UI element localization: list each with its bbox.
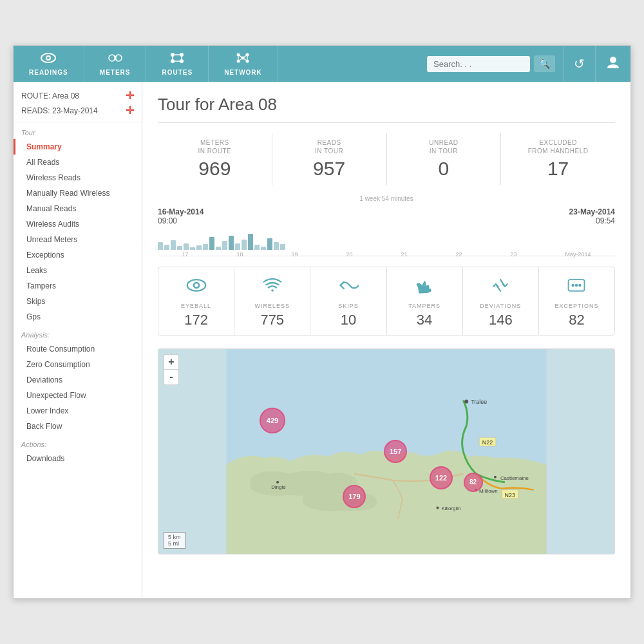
sidebar-item-summary[interactable]: Summary [14,139,142,155]
bar-9 [209,237,214,250]
bar-20 [280,244,285,250]
map-background: Tralee Castlemaine Milltown Killorglin D… [158,349,614,554]
route-add-button[interactable]: ✛ [126,90,134,102]
deviations-value: 146 [468,312,533,328]
search-input[interactable] [427,56,530,72]
svg-point-42 [494,476,497,478]
metric-tampers: TAMPERS 34 [387,267,463,335]
user-button[interactable] [595,46,630,82]
nav-meters[interactable]: METERS [84,46,147,82]
nav-routes[interactable]: ROUTES [146,46,209,82]
timeline-bars [158,231,615,250]
sidebar-item-back-flow[interactable]: Back Flow [14,419,142,434]
sidebar-item-deviations[interactable]: Deviations [14,372,142,388]
wireless-value: 775 [240,312,305,328]
sidebar-item-exceptions[interactable]: Exceptions [14,247,142,263]
sidebar-item-manually-read-wireless[interactable]: Manually Read Wireless [14,185,142,201]
stat-reads-in-tour: READSIN TOUR 957 [272,133,387,185]
bar-7 [196,245,202,250]
sidebar-item-skips[interactable]: Skips [14,294,142,309]
nav-readings[interactable]: READINGS [14,46,84,82]
back-flow-label: Back Flow [26,422,62,431]
actions-section-label: Actions: [14,434,142,451]
readings-label: READINGS [29,69,68,76]
stat-unread-value: 0 [395,158,493,180]
deviations-label: DEVIATIONS [468,303,533,309]
map-marker-179[interactable]: 179 [343,485,366,508]
bar-3 [171,240,176,250]
leaks-label: Leaks [26,266,47,275]
refresh-button[interactable]: ↺ [563,46,595,82]
sidebar: ROUTE: Area 08 ✛ READS: 23-May-2014 ✛ To… [14,82,142,598]
search-button[interactable]: 🔍 [534,55,555,72]
svg-point-2 [47,57,50,59]
sidebar-item-all-reads[interactable]: All Reads [14,155,142,170]
route-row: ROUTE: Area 08 ✛ [21,88,134,103]
svg-point-28 [271,289,274,292]
bar-4 [177,246,182,250]
reads-row: READS: 23-May-2014 ✛ [21,103,134,118]
stat-meters-in-route: METERSIN ROUTE 969 [158,133,272,185]
sidebar-item-gps[interactable]: Gps [14,309,142,325]
sidebar-item-zero-consumption[interactable]: Zero Consumption [14,357,142,372]
svg-point-36 [573,285,574,287]
map-marker-82[interactable]: 82 [464,473,483,492]
map-marker-429[interactable]: 429 [260,408,285,433]
route-label: ROUTE: Area 08 [21,91,79,100]
svg-point-38 [579,285,581,287]
map-marker-122[interactable]: 122 [430,466,453,489]
deviations-icon [468,276,533,299]
svg-point-27 [194,283,198,287]
sidebar-item-wireless-audits[interactable]: Wireless Audits [14,216,142,232]
sidebar-item-leaks[interactable]: Leaks [14,263,142,278]
stat-unread-label: UNREADIN TOUR [395,138,493,155]
stat-reads-value: 957 [280,158,379,180]
refresh-icon: ↺ [574,56,585,71]
sidebar-item-manual-reads[interactable]: Manual Reads [14,201,142,216]
user-icon [606,55,620,73]
exceptions-label: EXCEPTIONS [544,303,609,309]
zoom-out-button[interactable]: - [164,370,179,385]
metric-wireless: WIRELESS 775 [234,267,310,335]
exceptions-label: Exceptions [26,251,64,260]
bar-8 [203,244,208,250]
sidebar-item-route-consumption[interactable]: Route Consumption [14,341,142,357]
route-consumption-label: Route Consumption [26,345,95,354]
stat-excluded-label: EXCLUDEDFROM HANDHELD [509,138,607,155]
stat-meters-value: 969 [166,158,264,180]
eyeball-value: 172 [164,312,229,328]
svg-point-40 [464,400,468,404]
reads-add-button[interactable]: ✛ [126,104,134,117]
lower-index-label: Lower Index [26,406,68,415]
metric-deviations: DEVIATIONS 146 [463,267,539,335]
bar-18 [267,238,272,250]
sidebar-item-tampers[interactable]: Tampers [14,278,142,294]
skips-icon [316,276,381,299]
svg-point-24 [610,57,616,63]
bar-15 [248,234,253,250]
marker-82-value: 82 [469,478,477,486]
skips-label: Skips [26,297,45,306]
metric-skips: SKIPS 10 [310,267,386,335]
svg-text:N23: N23 [505,492,515,498]
sidebar-item-unexpected-flow[interactable]: Unexpected Flow [14,388,142,403]
sidebar-item-unread-meters[interactable]: Unread Meters [14,232,142,247]
sidebar-item-downloads[interactable]: Downloads [14,451,142,466]
stat-excluded: EXCLUDEDFROM HANDHELD 17 [501,133,615,185]
tl-20: 20 [346,251,352,258]
map-zoom-controls: + - [164,354,179,385]
svg-line-21 [243,58,247,61]
svg-line-18 [238,55,243,58]
reads-label: READS: 23-May-2014 [21,106,98,115]
zoom-in-button[interactable]: + [164,354,179,370]
top-nav: READINGS METERS [14,46,630,82]
sidebar-item-lower-index[interactable]: Lower Index [14,403,142,419]
meters-label: METERS [100,69,131,76]
svg-text:Dingle: Dingle [271,484,286,490]
map-marker-157[interactable]: 157 [384,440,407,463]
marker-157-value: 157 [390,448,401,455]
tour-section-label: Tour [14,122,142,139]
timeline: 17 18 19 20 21 22 23 May-2014 [158,231,615,256]
nav-network[interactable]: NETWORK [209,46,278,82]
sidebar-item-wireless-reads[interactable]: Wireless Reads [14,170,142,185]
